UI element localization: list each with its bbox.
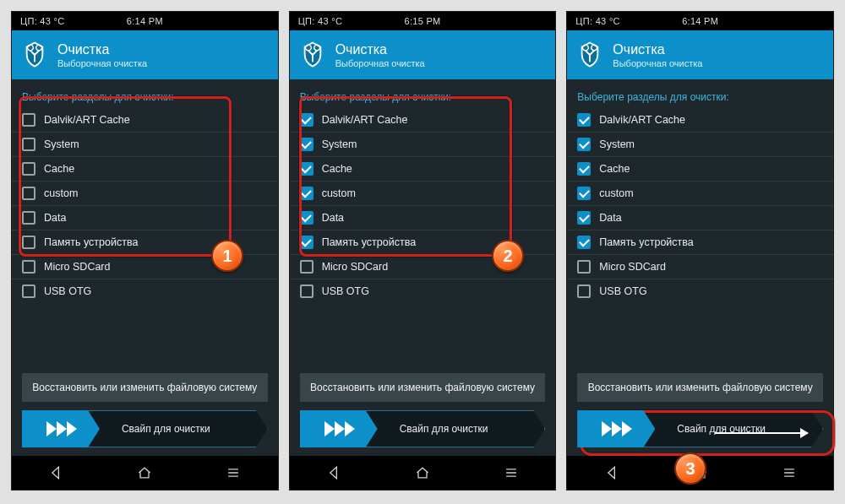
- chevron-right-icon: [602, 421, 612, 436]
- partition-row[interactable]: Data: [290, 206, 556, 230]
- checkbox-6[interactable]: [300, 260, 313, 274]
- partition-row[interactable]: Dalvik/ART Cache: [567, 108, 833, 133]
- phone-screen-1: ЦП: 43 °C 6:14 PM Очистка Выборочная очи…: [12, 12, 278, 490]
- partition-row[interactable]: Dalvik/ART Cache: [12, 108, 278, 133]
- swipe-to-wipe[interactable]: Свайп для очистки: [577, 410, 823, 447]
- partition-row[interactable]: Cache: [567, 157, 833, 182]
- android-navbar: [290, 456, 556, 490]
- checkbox-4[interactable]: [577, 211, 591, 225]
- partition-row[interactable]: custom: [12, 182, 278, 206]
- partition-row[interactable]: custom: [290, 182, 556, 206]
- twrp-logo-icon: [20, 41, 49, 69]
- restore-fs-button[interactable]: Восстановить или изменить файловую систе…: [22, 373, 268, 402]
- chevron-right-icon: [335, 421, 345, 436]
- nav-home-icon[interactable]: [692, 464, 709, 481]
- checkbox-1[interactable]: [577, 138, 591, 151]
- chevron-right-icon: [324, 421, 335, 436]
- partition-label: Память устройства: [322, 236, 416, 248]
- content-area: Выберите разделы для очистки: Dalvik/ART…: [12, 79, 278, 456]
- partition-label: USB OTG: [322, 285, 369, 297]
- app-header: Очистка Выборочная очистка: [290, 30, 556, 79]
- partition-list: Dalvik/ART Cache System Cache custom Dat…: [12, 108, 278, 303]
- nav-recent-icon[interactable]: [225, 464, 242, 481]
- nav-back-icon[interactable]: [325, 464, 342, 481]
- partition-label: Micro SDCard: [44, 261, 111, 273]
- partition-row[interactable]: USB OTG: [12, 279, 278, 303]
- checkbox-3[interactable]: [577, 187, 591, 200]
- checkbox-6[interactable]: [22, 260, 35, 274]
- partition-label: Cache: [322, 163, 352, 175]
- partition-row[interactable]: Dalvik/ART Cache: [290, 108, 556, 133]
- partition-row[interactable]: USB OTG: [567, 279, 833, 303]
- chevron-right-icon: [67, 421, 77, 436]
- android-navbar: [567, 456, 833, 490]
- partition-row[interactable]: Память устройства: [290, 230, 556, 255]
- nav-back-icon[interactable]: [47, 464, 64, 481]
- partition-row[interactable]: System: [12, 133, 278, 157]
- partition-label: custom: [44, 187, 78, 199]
- page-title: Очистка: [335, 42, 425, 57]
- restore-fs-button[interactable]: Восстановить или изменить файловую систе…: [300, 373, 546, 402]
- partition-label: Micro SDCard: [322, 261, 389, 273]
- partition-label: custom: [322, 187, 356, 199]
- partition-label: USB OTG: [599, 285, 646, 297]
- page-title: Очистка: [613, 42, 702, 57]
- partition-row[interactable]: Память устройства: [567, 230, 833, 255]
- checkbox-3[interactable]: [22, 187, 35, 200]
- partition-row[interactable]: Cache: [12, 157, 278, 182]
- partition-row[interactable]: Micro SDCard: [12, 255, 278, 279]
- section-label: Выберите разделы для очистки:: [290, 84, 556, 108]
- nav-home-icon[interactable]: [414, 464, 431, 481]
- checkbox-5[interactable]: [300, 236, 313, 249]
- nav-recent-icon[interactable]: [503, 464, 520, 481]
- checkbox-2[interactable]: [300, 162, 313, 176]
- checkbox-6[interactable]: [577, 260, 591, 274]
- partition-row[interactable]: Память устройства: [12, 230, 278, 255]
- swipe-handle[interactable]: [577, 410, 655, 447]
- twrp-logo-icon: [298, 41, 327, 69]
- checkbox-5[interactable]: [577, 236, 591, 249]
- partition-row[interactable]: Data: [567, 206, 833, 230]
- checkbox-7[interactable]: [577, 285, 591, 298]
- page-title: Очистка: [57, 42, 147, 57]
- section-label: Выберите разделы для очистки:: [567, 84, 833, 108]
- checkbox-1[interactable]: [300, 138, 313, 151]
- swipe-handle[interactable]: [22, 410, 100, 447]
- checkbox-4[interactable]: [22, 211, 35, 225]
- nav-recent-icon[interactable]: [781, 464, 798, 481]
- partition-list: Dalvik/ART Cache System Cache custom Dat…: [290, 108, 556, 303]
- partition-label: Память устройства: [44, 236, 138, 248]
- partition-row[interactable]: Micro SDCard: [567, 255, 833, 279]
- partition-label: Data: [599, 212, 621, 224]
- checkbox-7[interactable]: [300, 285, 313, 298]
- checkbox-3[interactable]: [300, 187, 313, 200]
- checkbox-5[interactable]: [22, 236, 35, 249]
- partition-label: System: [322, 138, 357, 150]
- nav-back-icon[interactable]: [603, 464, 620, 481]
- partition-row[interactable]: Data: [12, 206, 278, 230]
- swipe-handle[interactable]: [300, 410, 378, 447]
- restore-fs-button[interactable]: Восстановить или изменить файловую систе…: [577, 373, 823, 402]
- partition-label: Dalvik/ART Cache: [322, 114, 408, 126]
- checkbox-2[interactable]: [577, 162, 591, 176]
- swipe-to-wipe[interactable]: Свайп для очистки: [22, 410, 268, 447]
- partition-row[interactable]: custom: [567, 182, 833, 206]
- partition-row[interactable]: System: [567, 133, 833, 157]
- nav-home-icon[interactable]: [136, 464, 153, 481]
- clock: 6:15 PM: [404, 16, 440, 26]
- partition-row[interactable]: Micro SDCard: [290, 255, 556, 279]
- checkbox-1[interactable]: [22, 138, 35, 151]
- twrp-logo-icon: [575, 41, 604, 69]
- partition-row[interactable]: Cache: [290, 157, 556, 182]
- checkbox-2[interactable]: [22, 162, 35, 176]
- checkbox-4[interactable]: [300, 211, 313, 225]
- section-label: Выберите разделы для очистки:: [12, 84, 278, 108]
- checkbox-0[interactable]: [300, 113, 313, 127]
- checkbox-0[interactable]: [577, 113, 591, 127]
- partition-row[interactable]: System: [290, 133, 556, 157]
- swipe-to-wipe[interactable]: Свайп для очистки: [300, 410, 546, 447]
- partition-row[interactable]: USB OTG: [290, 279, 556, 303]
- checkbox-0[interactable]: [22, 113, 35, 127]
- checkbox-7[interactable]: [22, 285, 35, 298]
- phone-screen-3: ЦП: 43 °C 6:14 PM Очистка Выборочная очи…: [567, 12, 833, 490]
